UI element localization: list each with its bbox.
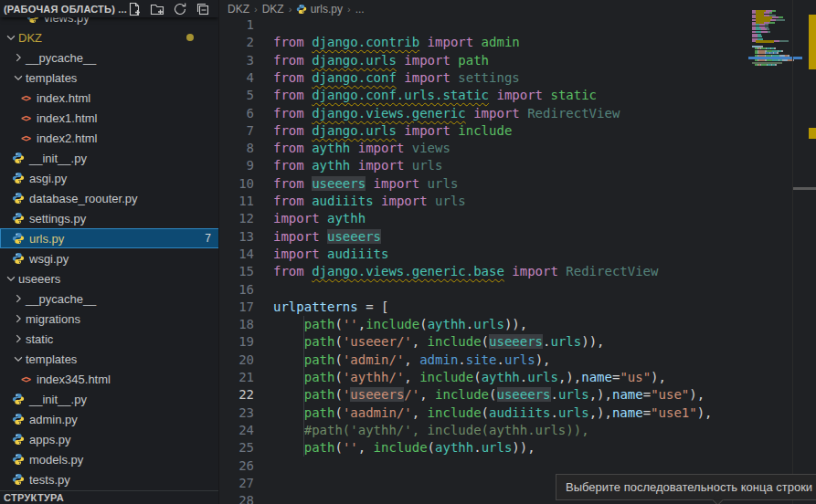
code-line-23[interactable]: 23 path('aadmin/', include(audiiits.urls… bbox=[220, 404, 816, 423]
code-line-19[interactable]: 19 path('useeer/', include(useeers.urls)… bbox=[220, 333, 816, 352]
vscode-window: views.pyDKZ__pycache__templates<>index.h… bbox=[0, 0, 816, 504]
tree-item-index.html[interactable]: <>index.html bbox=[0, 88, 219, 108]
explorer-sidebar: views.pyDKZ__pycache__templates<>index.h… bbox=[0, 0, 219, 504]
breadcrumb[interactable]: DKZ›DKZ› urls.py›... bbox=[228, 0, 365, 17]
tree-item-label: index345.html bbox=[37, 373, 111, 386]
code-line-17[interactable]: 17urlpatterns = [ bbox=[220, 299, 816, 317]
code-text: from aythh import views bbox=[273, 140, 450, 157]
code-editor[interactable]: 12from django.contrib import admin3from … bbox=[220, 0, 816, 504]
code-line-9[interactable]: 9from aythh import urls bbox=[220, 157, 816, 175]
line-number: 20 bbox=[220, 352, 254, 369]
python-file-icon bbox=[11, 472, 26, 487]
line-number: 23 bbox=[220, 404, 254, 422]
code-line-6[interactable]: 6from django.views.generic import Redire… bbox=[220, 105, 816, 123]
code-text: urlpatterns = [ bbox=[273, 299, 388, 316]
breadcrumb-item[interactable]: DKZ bbox=[228, 3, 249, 16]
tree-item-templates[interactable]: templates bbox=[0, 68, 219, 88]
tree-item-DKZ[interactable]: DKZ bbox=[0, 27, 219, 47]
tree-item-label: index.html bbox=[37, 91, 90, 105]
line-number: 24 bbox=[220, 422, 254, 439]
explorer-toolbar bbox=[127, 2, 219, 16]
outline-section-header[interactable]: СТРУКТУРА bbox=[0, 490, 219, 504]
line-number: 7 bbox=[220, 122, 254, 140]
code-line-10[interactable]: 10from useeers import urls bbox=[220, 175, 816, 194]
tree-item-database_roouter.py[interactable]: database_roouter.py bbox=[0, 188, 219, 208]
breadcrumb-item[interactable]: DKZ bbox=[262, 3, 284, 16]
code-line-13[interactable]: 13import useeers bbox=[220, 228, 816, 247]
tree-item-label: static bbox=[26, 332, 53, 346]
tree-item-label: models.py bbox=[29, 453, 83, 467]
line-number: 12 bbox=[220, 210, 254, 227]
code-text: from django.contrib import admin bbox=[273, 34, 520, 51]
tree-item-index1.html[interactable]: <>index1.html bbox=[0, 108, 219, 128]
line-number: 6 bbox=[220, 105, 254, 122]
code-line-25[interactable]: 25 path('', include(aythh.urls)), bbox=[220, 439, 816, 457]
breadcrumb-separator: › bbox=[345, 4, 353, 15]
workspace-title: (РАБОЧАЯ ОБЛАСТЬ) ... bbox=[0, 4, 127, 15]
minimap[interactable] bbox=[752, 0, 792, 504]
tree-item-__pycache__[interactable]: __pycache__ bbox=[0, 47, 219, 68]
tree-item-settings.py[interactable]: settings.py bbox=[0, 208, 219, 228]
tree-item-__pycache__[interactable]: __pycache__ bbox=[0, 289, 219, 309]
chevron-right-icon bbox=[11, 311, 26, 326]
tree-item-__init__.py[interactable]: __init__.py bbox=[0, 389, 219, 409]
code-line-2[interactable]: 2from django.contrib import admin bbox=[220, 34, 816, 52]
code-line-3[interactable]: 3from django.urls import path bbox=[220, 52, 816, 70]
tree-item-useeers[interactable]: useeers bbox=[0, 268, 219, 289]
new-file-icon[interactable] bbox=[127, 2, 142, 16]
refresh-icon[interactable] bbox=[173, 2, 187, 16]
tree-item-templates[interactable]: templates bbox=[0, 349, 219, 369]
html-file-icon: <> bbox=[18, 110, 33, 125]
python-file-icon bbox=[11, 251, 26, 266]
code-text: from audiiits import urls bbox=[273, 193, 466, 210]
code-line-1[interactable]: 1 bbox=[220, 16, 816, 35]
code-text: path('admin/', admin.site.urls), bbox=[273, 352, 551, 369]
code-line-8[interactable]: 8from aythh import views bbox=[220, 140, 816, 158]
tree-item-index345.html[interactable]: <>index345.html bbox=[0, 369, 219, 389]
code-line-18[interactable]: 18 path('',include(aythh.urls)), bbox=[220, 316, 816, 334]
code-line-22[interactable]: 22 path('useeers/', include(useeers.urls… bbox=[220, 386, 816, 404]
new-folder-icon[interactable] bbox=[150, 2, 164, 16]
code-line-15[interactable]: 15from django.views.generic.base import … bbox=[220, 263, 816, 281]
tree-item-index2.html[interactable]: <>index2.html bbox=[0, 128, 219, 148]
tree-item-label: index2.html bbox=[37, 131, 97, 145]
tree-item-apps.py[interactable]: apps.py bbox=[0, 429, 219, 449]
code-line-24[interactable]: 24 #path('aythh/', include(aythh.urls)), bbox=[220, 422, 816, 440]
code-line-26[interactable]: 26 bbox=[220, 457, 816, 476]
code-line-16[interactable]: 16 bbox=[220, 281, 816, 299]
tree-item-static[interactable]: static bbox=[0, 329, 219, 349]
code-line-7[interactable]: 7from django.urls import include bbox=[220, 122, 816, 141]
tree-item-label: index1.html bbox=[37, 111, 97, 125]
statusbar-tooltip: Выберите последовательность конца строки bbox=[556, 474, 816, 500]
code-line-11[interactable]: 11from audiiits import urls bbox=[220, 193, 816, 211]
code-line-21[interactable]: 21 path('aythh/', include(aythh.urls,),n… bbox=[220, 369, 816, 387]
tree-item-admin.py[interactable]: admin.py bbox=[0, 409, 219, 429]
python-file-icon bbox=[11, 171, 26, 185]
tree-item-__init__.py[interactable]: __init__.py bbox=[0, 148, 219, 168]
line-number: 21 bbox=[220, 369, 254, 386]
explorer-section-header[interactable]: (РАБОЧАЯ ОБЛАСТЬ) ... bbox=[0, 0, 219, 17]
chevron-down-icon bbox=[11, 70, 26, 85]
tree-item-urls.py[interactable]: urls.py7 bbox=[0, 228, 219, 248]
tree-item-migrations[interactable]: migrations bbox=[0, 309, 219, 329]
tree-item-asgi.py[interactable]: asgi.py bbox=[0, 168, 219, 188]
overview-ruler bbox=[792, 0, 816, 504]
tree-item-wsgi.py[interactable]: wsgi.py bbox=[0, 248, 219, 268]
code-line-12[interactable]: 12import aythh bbox=[220, 210, 816, 228]
code-line-20[interactable]: 20 path('admin/', admin.site.urls), bbox=[220, 352, 816, 370]
code-line-14[interactable]: 14import audiiits bbox=[220, 246, 816, 264]
breadcrumb-item[interactable]: ... bbox=[355, 3, 365, 16]
breadcrumb-separator: › bbox=[287, 4, 294, 15]
chevron-down-icon bbox=[4, 30, 18, 45]
collapse-all-icon[interactable] bbox=[196, 2, 210, 16]
code-line-4[interactable]: 4from django.conf import settings bbox=[220, 69, 816, 88]
python-file-icon bbox=[11, 432, 26, 446]
code-line-5[interactable]: 5from django.conf.urls.static import sta… bbox=[220, 87, 816, 105]
line-number: 16 bbox=[220, 281, 254, 299]
tree-item-models.py[interactable]: models.py bbox=[0, 449, 219, 469]
tree-item-tests.py[interactable]: tests.py bbox=[0, 469, 219, 489]
indent-guide bbox=[303, 316, 304, 457]
tree-item-label: settings.py bbox=[29, 212, 86, 226]
file-tree: views.pyDKZ__pycache__templates<>index.h… bbox=[0, 0, 219, 490]
breadcrumb-item[interactable]: urls.py bbox=[296, 3, 343, 16]
